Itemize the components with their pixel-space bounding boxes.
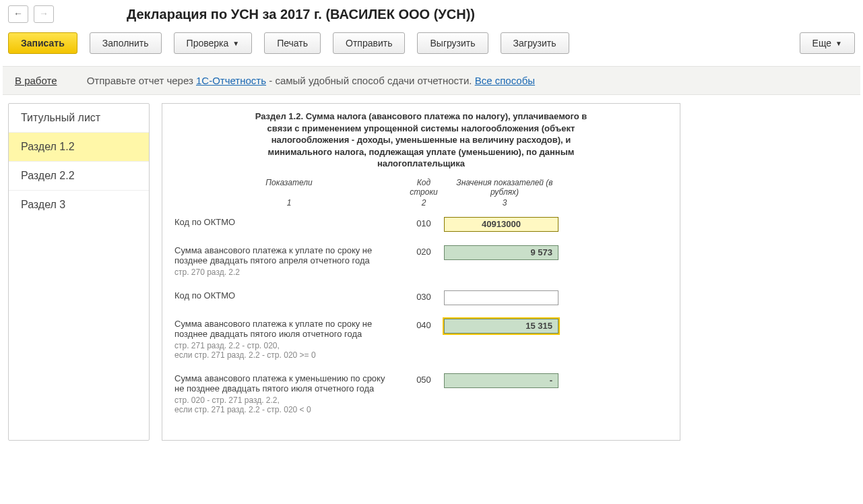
page-title: Декларация по УСН за 2017 г. (ВАСИЛЕК ОО… [127,7,475,22]
oktmo-030-field[interactable] [444,290,558,305]
send-button[interactable]: Отправить [333,32,405,54]
row-desc: Сумма авансового платежа к уплате по сро… [174,319,395,339]
more-button[interactable]: Еще ▼ [800,32,855,54]
col-header-code: Код строки [404,178,444,197]
all-methods-link[interactable]: Все способы [475,75,535,86]
table-row: Сумма авансового платежа к уплате по сро… [174,245,668,277]
row-desc: Сумма авансового платежа к уменьшению по… [174,373,395,393]
col-header-desc: Показатели [174,178,404,197]
col-num-3: 3 [444,198,565,208]
info-text2: - самый удобный способ сдачи отчетности. [269,75,474,86]
caret-down-icon: ▼ [835,40,842,47]
info-bar: В работе Отправьте отчет через 1С-Отчетн… [3,66,860,95]
fill-button[interactable]: Заполнить [90,32,162,54]
save-button[interactable]: Записать [8,32,77,54]
side-nav: Титульный лист Раздел 1.2 Раздел 2.2 Раз… [8,103,150,441]
row-desc: Код по ОКТМО [174,217,404,232]
check-button[interactable]: Проверка ▼ [174,32,253,54]
row-desc: Сумма авансового платежа к уплате по сро… [174,245,395,265]
row-note: стр. 020 - стр. 271 разд. 2.2, если стр.… [174,396,395,414]
col-num-1: 1 [174,198,404,208]
more-button-label: Еще [812,38,832,49]
row-code: 030 [404,290,444,305]
value-040-field[interactable]: 15 315 [444,319,558,334]
nav-back-button[interactable]: ← [8,5,28,23]
table-row: Сумма авансового платежа к уплате по сро… [174,319,668,360]
oktmo-010-field[interactable]: 40913000 [444,217,558,232]
export-button[interactable]: Выгрузить [417,32,488,54]
row-note: стр. 271 разд. 2.2 - стр. 020, если стр.… [174,341,395,360]
row-code: 050 [404,373,444,414]
sidenav-item-section-3[interactable]: Раздел 3 [9,191,149,219]
row-code: 020 [404,245,444,277]
print-button[interactable]: Печать [264,32,321,54]
sidenav-item-section-1-2[interactable]: Раздел 1.2 [9,133,149,162]
row-note: стр. 270 разд. 2.2 [174,267,395,277]
row-desc: Код по ОКТМО [174,290,404,305]
col-header-val: Значения показателей (в рублях) [444,178,565,197]
check-button-label: Проверка [187,38,229,49]
row-code: 010 [404,217,444,232]
section-title: Раздел 1.2. Сумма налога (авансового пла… [246,111,596,170]
sidenav-item-title-page[interactable]: Титульный лист [9,104,149,133]
form-panel: Раздел 1.2. Сумма налога (авансового пла… [162,103,680,441]
table-row: Код по ОКТМО 010 40913000 [174,217,668,232]
toolbar: Записать Заполнить Проверка ▼ Печать Отп… [8,32,855,54]
table-row: Сумма авансового платежа к уменьшению по… [174,373,668,414]
table-row: Код по ОКТМО 030 [174,290,668,305]
col-num-2: 2 [404,198,444,208]
info-text: Отправьте отчет через [87,75,196,86]
nav-forward-button[interactable]: → [34,5,54,23]
status-label[interactable]: В работе [15,75,57,86]
import-button[interactable]: Загрузить [501,32,569,54]
row-code: 040 [404,319,444,360]
value-050-field[interactable]: - [444,373,558,388]
reporting-link[interactable]: 1С-Отчетность [196,75,266,86]
value-020-field[interactable]: 9 573 [444,245,558,260]
caret-down-icon: ▼ [232,40,239,47]
sidenav-item-section-2-2[interactable]: Раздел 2.2 [9,162,149,191]
